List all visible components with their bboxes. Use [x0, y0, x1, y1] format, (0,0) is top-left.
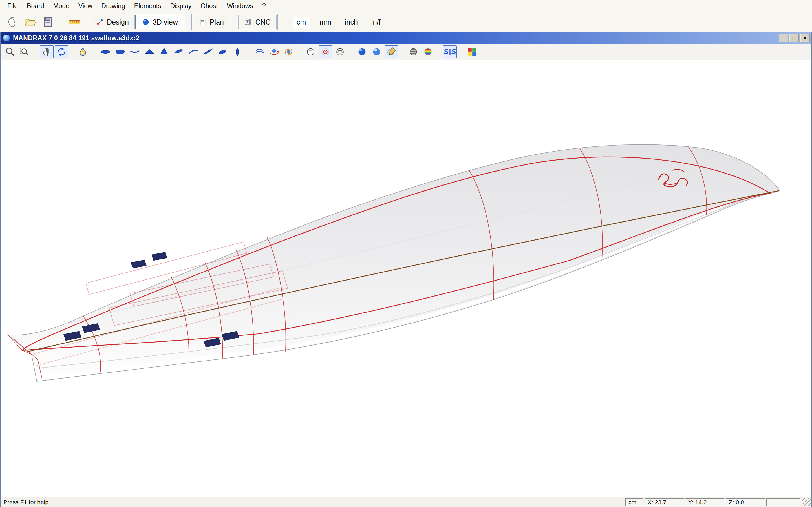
design-mode-button[interactable]: Design	[90, 15, 135, 29]
menu-ghost[interactable]: Ghost	[196, 1, 222, 11]
save-board-icon[interactable]	[40, 14, 56, 30]
spin-horizontal-icon[interactable]	[267, 45, 281, 58]
pointer-tool-icon[interactable]	[4, 14, 20, 30]
main-toolbar: Design 3D view Plan CNC cm mm inch in/f	[0, 12, 812, 32]
light-source-icon[interactable]	[77, 45, 90, 58]
sls-glyph: S|S	[444, 47, 456, 56]
plan-group: Plan	[192, 13, 231, 31]
plan-mode-button[interactable]: Plan	[193, 15, 230, 29]
toolbar-separator	[61, 15, 61, 29]
status-unit: cm	[625, 498, 644, 506]
view-toolbar: S|S	[1, 44, 811, 60]
board-hull	[8, 145, 780, 381]
menu-help[interactable]: ?	[258, 1, 270, 11]
status-x-coordinate: X: 23.7	[645, 498, 684, 506]
menu-mode[interactable]: Mode	[49, 1, 74, 11]
status-bar: Press F1 for help cm X: 23.7 Y: 14.2 Z: …	[1, 497, 811, 507]
status-spare-field	[766, 498, 800, 506]
section-tall-icon[interactable]	[157, 45, 171, 58]
cnc-machine-icon	[244, 18, 253, 26]
status-help-text: Press F1 for help	[1, 499, 625, 506]
maximize-button[interactable]: □	[790, 34, 799, 42]
document-title: MANDRAX 7 0 26 84 191 swallow.s3dx:2	[13, 34, 779, 42]
menu-bar: File Board Mode View Drawing Elements Di…	[0, 0, 812, 12]
rainbow-view-icon[interactable]	[421, 45, 435, 58]
unit-selector: cm mm inch in/f	[293, 17, 384, 27]
document-titlebar[interactable]: MANDRAX 7 0 26 84 191 swallow.s3dx:2 _ □…	[1, 33, 811, 44]
minimize-button[interactable]: _	[779, 34, 788, 42]
cnc-group: CNC	[237, 13, 278, 31]
menu-drawing[interactable]: Drawing	[97, 1, 130, 11]
outline-bottom-icon[interactable]	[113, 45, 127, 58]
open-file-icon[interactable]	[22, 14, 38, 30]
cnc-mode-button[interactable]: CNC	[238, 15, 276, 29]
status-z-coordinate: Z: 0.0	[726, 498, 765, 506]
close-button[interactable]: ×	[800, 34, 810, 42]
dimensions-ruler-icon[interactable]	[66, 14, 82, 30]
rotate-3d-icon[interactable]	[55, 45, 68, 58]
banded-view-icon[interactable]	[407, 45, 420, 58]
resize-grip[interactable]	[802, 498, 811, 506]
unit-inf[interactable]: in/f	[368, 17, 384, 27]
fin-box	[152, 252, 167, 261]
smooth-view-icon[interactable]	[370, 45, 384, 58]
shaded-view-icon[interactable]	[355, 45, 369, 58]
application-window: File Board Mode View Drawing Elements Di…	[0, 0, 812, 507]
3d-sphere-icon	[142, 18, 150, 26]
menu-board[interactable]: Board	[22, 1, 49, 11]
cnc-mode-label: CNC	[255, 18, 271, 26]
menu-display[interactable]: Display	[166, 1, 196, 11]
unit-mm[interactable]: mm	[316, 17, 335, 27]
flip-view-icon[interactable]	[253, 45, 266, 58]
shape3d-app-icon	[3, 34, 10, 42]
menu-windows[interactable]: Windows	[222, 1, 258, 11]
pan-icon[interactable]	[40, 45, 54, 58]
menu-file[interactable]: File	[3, 1, 22, 11]
unit-cm[interactable]: cm	[293, 17, 310, 27]
ring-slice-view-icon[interactable]	[319, 45, 332, 58]
design-3dview-group: Design 3D view	[89, 13, 185, 31]
plan-document-icon	[199, 18, 207, 26]
flow-slant-icon[interactable]	[201, 45, 215, 58]
color-zones-icon[interactable]	[465, 45, 479, 58]
fin-box	[131, 260, 146, 268]
hollow-view-icon[interactable]	[304, 45, 317, 58]
curvature-sls-icon[interactable]: S|S	[443, 45, 457, 58]
status-y-coordinate: Y: 14.2	[685, 498, 725, 506]
document-window: MANDRAX 7 0 26 84 191 swallow.s3dx:2 _ □…	[0, 32, 812, 507]
unit-inch[interactable]: inch	[341, 17, 361, 27]
rocker-line-icon[interactable]	[128, 45, 142, 58]
section-front-icon[interactable]	[143, 45, 156, 58]
zoom-window-icon[interactable]	[18, 45, 32, 58]
3d-view-mode-label: 3D view	[153, 18, 178, 26]
3d-view-mode-button[interactable]: 3D view	[135, 15, 184, 29]
window-controls: _ □ ×	[779, 34, 810, 42]
3d-viewport[interactable]	[1, 60, 811, 497]
rail-ellipse-icon[interactable]	[216, 45, 230, 58]
profile-lens-icon[interactable]	[231, 45, 244, 58]
wireframe-view-icon[interactable]	[333, 45, 347, 58]
menu-elements[interactable]: Elements	[130, 1, 166, 11]
zoom-icon[interactable]	[3, 45, 17, 58]
marker-view-icon[interactable]	[385, 45, 398, 58]
outline-top-icon[interactable]	[99, 45, 112, 58]
spin-vertical-icon[interactable]	[282, 45, 296, 58]
design-mode-label: Design	[107, 18, 129, 26]
flow-curve-icon[interactable]	[187, 45, 200, 58]
menu-view[interactable]: View	[74, 1, 97, 11]
plan-mode-label: Plan	[210, 18, 224, 26]
design-spline-icon	[96, 18, 104, 26]
surfboard-3d-render	[1, 60, 811, 497]
flow-lens-icon[interactable]	[172, 45, 186, 58]
